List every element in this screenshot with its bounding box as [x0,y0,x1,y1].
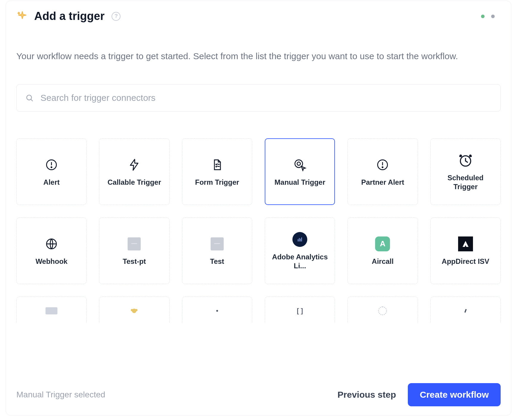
globe-icon [43,236,60,252]
svg-line-14 [466,161,468,162]
status-dot-active [481,15,485,18]
adobe-icon [292,231,308,248]
trigger-card-callable[interactable]: Callable Trigger [99,138,169,205]
trigger-label: Adobe Analytics Li... [270,253,330,270]
previous-step-button[interactable]: Previous step [338,390,396,400]
cursor-icon [292,156,308,173]
page-description: Your workflow needs a trigger to get sta… [16,49,480,63]
create-workflow-button[interactable]: Create workflow [408,383,501,406]
status-dot-inactive [491,15,495,18]
trigger-label: Manual Trigger [275,178,325,187]
help-icon[interactable]: ? [112,12,120,21]
triggers-grid-partial: [ ] [16,297,501,323]
page-title: Add a trigger [34,10,104,23]
stub-icon [457,304,474,318]
stub-icon [209,304,225,318]
stub-icon: [ ] [292,304,308,318]
trigger-card-partial[interactable]: [ ] [265,297,335,323]
trigger-card-webhook[interactable]: Webhook [16,217,87,284]
triggers-grid: Alert Callable Trigger [16,138,501,284]
aircall-icon: A [374,236,391,252]
panel-header: Add a trigger ? [16,10,501,23]
sparkle-icon [16,10,28,22]
trigger-card-partial[interactable] [182,297,252,323]
trigger-label: Test-pt [123,257,146,266]
trigger-card-alert[interactable]: Alert [16,138,87,205]
search-input[interactable] [40,93,492,103]
stub-icon [126,304,142,318]
trigger-card-partial[interactable] [16,297,87,323]
title-group: Add a trigger ? [16,10,120,23]
clock-icon [457,152,474,169]
selection-status: Manual Trigger selected [16,390,105,399]
trigger-label: Alert [43,178,60,187]
trigger-label: Partner Alert [361,178,404,187]
trigger-card-test-pt[interactable]: Test-pt [99,217,169,284]
trigger-card-scheduled[interactable]: Scheduled Trigger [430,138,501,205]
search-icon [25,93,34,102]
svg-point-11 [382,167,383,167]
trigger-card-partner-alert[interactable]: Partner Alert [347,138,418,205]
search-bar[interactable] [16,84,501,112]
trigger-label: AppDirect ISV [442,257,489,266]
grey-tile-icon [126,236,142,252]
panel-footer: Manual Trigger selected Previous step Cr… [16,383,501,406]
triggers-grid-area: Alert Callable Trigger [16,138,501,323]
footer-actions: Previous step Create workflow [338,383,501,406]
svg-line-1 [31,99,33,101]
trigger-label: Test [210,257,224,266]
trigger-label: Webhook [35,257,68,266]
form-icon [209,156,225,173]
add-trigger-panel: Add a trigger ? Your workflow needs a tr… [6,1,511,416]
trigger-card-partial[interactable] [347,297,418,323]
trigger-card-adobe[interactable]: Adobe Analytics Li... [265,217,335,284]
stub-icon [374,304,391,318]
grey-tile-icon [209,236,225,252]
appdirect-icon [457,236,474,252]
trigger-card-appdirect[interactable]: AppDirect ISV [430,217,501,284]
svg-point-24 [135,309,138,311]
trigger-card-partial[interactable] [99,297,169,323]
trigger-label: Scheduled Trigger [436,173,495,191]
status-dots [481,15,501,18]
trigger-card-partial[interactable] [430,297,501,323]
alert-icon [43,156,60,173]
trigger-label: Aircall [372,257,394,266]
trigger-label: Form Trigger [195,178,239,187]
trigger-card-manual[interactable]: Manual Trigger [265,138,335,205]
svg-point-23 [131,309,133,311]
svg-point-4 [51,167,52,167]
svg-point-8 [297,162,300,165]
bolt-icon [126,156,142,173]
trigger-card-aircall[interactable]: A Aircall [347,217,418,284]
trigger-card-test[interactable]: Test [182,217,252,284]
alert-icon [374,156,391,173]
trigger-label: Callable Trigger [107,178,161,187]
stub-icon [43,304,60,318]
trigger-card-form[interactable]: Form Trigger [182,138,252,205]
